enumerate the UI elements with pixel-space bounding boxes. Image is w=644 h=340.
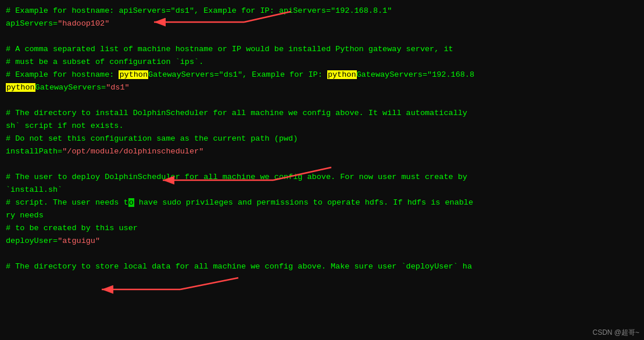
line-15: `install.sh` <box>6 184 638 196</box>
line-12: installPath="/opt/module/dolphinschedule… <box>6 145 638 158</box>
line-4: # A comma separated list of machine host… <box>6 43 638 56</box>
highlight-python-1: python <box>119 70 148 79</box>
value-apiServers: "hadoop102" <box>58 19 109 28</box>
value-pythonGateway: "ds1" <box>106 83 130 92</box>
line-6: # Example for hostname: pythonGatewaySer… <box>6 69 638 81</box>
empty-3 <box>6 158 638 171</box>
key-apiServers: apiServers= <box>6 19 58 28</box>
empty-4 <box>6 248 638 260</box>
line-18: # to be created by this user <box>6 222 638 235</box>
value-installPath: "/opt/module/dolphinscheduler" <box>62 147 203 156</box>
terminal: # Example for hostname: apiServers="ds1"… <box>0 0 644 340</box>
highlight-python-3: python <box>6 83 35 92</box>
watermark: CSDN @超哥~ <box>592 328 639 338</box>
key-installPath: installPath= <box>6 147 62 156</box>
key-pythonGateway: GatewayServers= <box>35 83 106 92</box>
line-5: # must be a subset of configuration `ips… <box>6 56 638 69</box>
line-21: # The directory to store local data for … <box>6 260 638 273</box>
value-deployUser: "atguigu" <box>58 237 100 245</box>
arrow-deployUser-tail <box>180 278 238 289</box>
line-2: apiServers="hadoop102" <box>6 17 638 30</box>
line-7: pythonGatewayServers="ds1" <box>6 81 638 94</box>
line-1: # Example for hostname: apiServers="ds1"… <box>6 5 638 17</box>
line-9: # The directory to install DolphinSchedu… <box>6 107 638 120</box>
key-deployUser: deployUser= <box>6 237 58 245</box>
empty-2 <box>6 94 638 107</box>
line-17: ry needs <box>6 209 638 222</box>
empty-1 <box>6 30 638 43</box>
line-14: # The user to deploy DolphinScheduler fo… <box>6 171 638 184</box>
highlight-python-2: python <box>327 70 357 79</box>
line-10: sh` script if not exists. <box>6 120 638 133</box>
line-16: # script. The user needs to have sudo pr… <box>6 196 638 209</box>
line-19: deployUser="atguigu" <box>6 235 638 248</box>
line-11: # Do not set this configuration same as … <box>6 133 638 145</box>
